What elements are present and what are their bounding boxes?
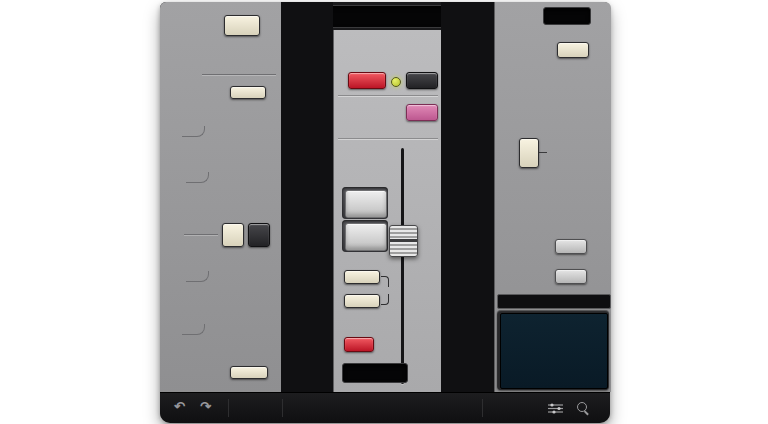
- cut-socket: [342, 220, 388, 252]
- plugin-window: ↶ ↷: [160, 2, 610, 422]
- search-icon[interactable]: [577, 402, 587, 412]
- gate-fast-button[interactable]: [555, 269, 587, 284]
- footer-divider: [228, 399, 229, 417]
- gate-release-knob[interactable]: [488, 217, 560, 289]
- solo-socket: [342, 187, 388, 219]
- channel-controls-panel: [333, 30, 443, 392]
- blk-button[interactable]: [248, 223, 270, 247]
- safe-button[interactable]: [344, 294, 380, 308]
- footer-divider: [282, 399, 283, 417]
- input-meter: [281, 2, 333, 394]
- footer-bar: ↶ ↷: [160, 392, 610, 423]
- undo-icon[interactable]: ↶: [174, 399, 185, 414]
- routing-screen-bezel: [497, 310, 609, 390]
- input-meter-bars: [283, 56, 331, 388]
- cut-button[interactable]: [345, 223, 387, 251]
- phase-button[interactable]: [406, 104, 438, 121]
- dynamics-panel: [494, 2, 611, 392]
- preset-display[interactable]: [315, 5, 459, 28]
- dyn-connector: [539, 152, 547, 153]
- footer-divider: [482, 399, 483, 417]
- channel-fader: [390, 148, 438, 388]
- solo-bracket-top: [381, 276, 389, 287]
- out-trim-display[interactable]: [342, 363, 408, 383]
- solo-button[interactable]: [345, 190, 387, 218]
- screenshot-canvas: ↶ ↷: [0, 0, 768, 424]
- settings-sliders-icon[interactable]: [548, 403, 563, 414]
- routing-screen[interactable]: [500, 313, 608, 389]
- hmf-x3-button[interactable]: [230, 86, 266, 99]
- fader-cap[interactable]: [389, 225, 418, 257]
- exp-button[interactable]: [555, 239, 587, 254]
- brand-plate: [497, 294, 611, 309]
- redo-icon[interactable]: ↷: [200, 399, 211, 414]
- compress-mix-display[interactable]: [543, 7, 591, 25]
- fader-track[interactable]: [401, 148, 404, 384]
- comp-fast-button[interactable]: [557, 42, 589, 58]
- solo-bracket-bottom: [381, 294, 389, 305]
- lmf-div3-button[interactable]: [230, 366, 268, 379]
- sidechain-button[interactable]: [344, 337, 374, 352]
- output-meter-bars: [443, 56, 492, 388]
- filters-eq-panel: [160, 2, 282, 392]
- filters-rule: [202, 74, 276, 75]
- clear-button[interactable]: [344, 270, 380, 284]
- omega-button[interactable]: [406, 72, 438, 89]
